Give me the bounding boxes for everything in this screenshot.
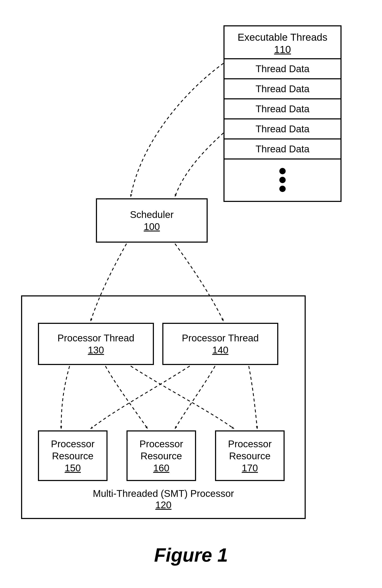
figure-title: Figure 1 xyxy=(0,544,382,566)
dot-icon xyxy=(279,177,286,183)
processor-resource-160: Processor Resource 160 xyxy=(126,430,196,481)
thread-data-row: Thread Data xyxy=(224,79,341,99)
processor-resource-150: Processor Resource 150 xyxy=(38,430,107,481)
ellipsis-dots xyxy=(224,160,341,201)
smt-processor-label: Multi-Threaded (SMT) Processor xyxy=(22,488,305,499)
processor-resource-170-ref: 170 xyxy=(242,462,258,474)
processor-resource-160-label: Processor Resource xyxy=(139,438,183,462)
smt-processor-ref: 120 xyxy=(155,499,172,511)
processor-resource-170-label: Processor Resource xyxy=(228,438,272,462)
dot-icon xyxy=(279,168,286,174)
executable-threads-title: Executable Threads xyxy=(227,31,338,44)
processor-thread-140-label: Processor Thread xyxy=(182,332,259,344)
scheduler-ref: 100 xyxy=(144,221,160,232)
dot-icon xyxy=(279,186,286,192)
scheduler-box: Scheduler 100 xyxy=(96,198,208,243)
processor-resource-150-label: Processor Resource xyxy=(51,438,94,462)
executable-threads-ref: 110 xyxy=(227,44,338,55)
processor-thread-130: Processor Thread 130 xyxy=(38,323,154,365)
processor-thread-140-ref: 140 xyxy=(212,344,228,356)
processor-resource-160-ref: 160 xyxy=(153,462,169,474)
thread-data-row: Thread Data xyxy=(224,139,341,160)
diagram-canvas: Executable Threads 110 Thread Data Threa… xyxy=(0,0,382,588)
thread-data-row: Thread Data xyxy=(224,119,341,139)
scheduler-label: Scheduler xyxy=(130,209,174,221)
processor-thread-130-label: Processor Thread xyxy=(58,332,135,344)
processor-resource-170: Processor Resource 170 xyxy=(215,430,285,481)
processor-resource-150-ref: 150 xyxy=(65,462,81,474)
thread-data-row: Thread Data xyxy=(224,99,341,119)
executable-threads-header: Executable Threads 110 xyxy=(224,26,341,59)
thread-data-row: Thread Data xyxy=(224,59,341,79)
processor-thread-130-ref: 130 xyxy=(88,344,104,356)
smt-processor-caption: Multi-Threaded (SMT) Processor 120 xyxy=(22,488,305,511)
processor-thread-140: Processor Thread 140 xyxy=(162,323,278,365)
executable-threads-box: Executable Threads 110 Thread Data Threa… xyxy=(223,25,342,202)
